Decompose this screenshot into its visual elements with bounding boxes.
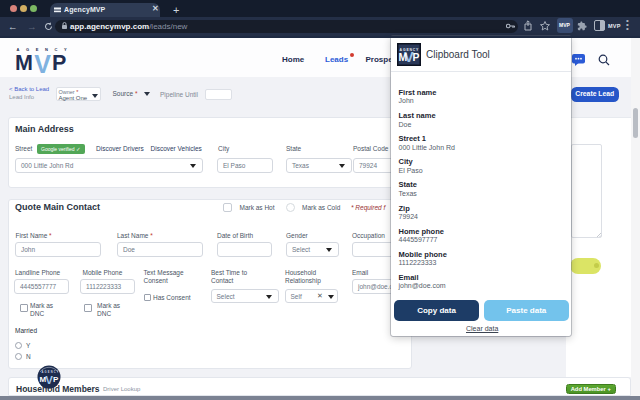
svg-text:M: M <box>39 375 46 384</box>
svg-text:P: P <box>413 52 420 63</box>
svg-text:V: V <box>45 374 53 386</box>
svg-text:P: P <box>53 375 59 384</box>
svg-text:M: M <box>398 52 407 63</box>
